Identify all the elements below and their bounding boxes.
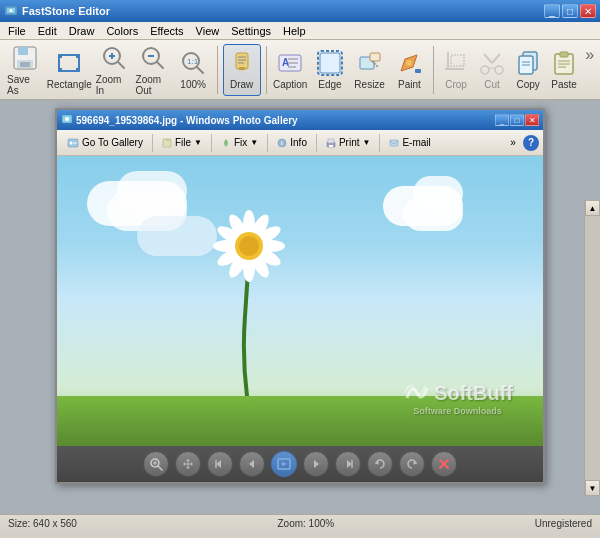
svg-point-43 (481, 66, 489, 74)
svg-marker-90 (314, 460, 319, 468)
svg-rect-42 (451, 55, 464, 66)
slideshow-button[interactable] (271, 451, 297, 477)
rotate-right-button[interactable] (399, 451, 425, 477)
zoom-control-button[interactable] (143, 451, 169, 477)
menu-edit[interactable]: Edit (32, 24, 63, 38)
fix-label: Fix (234, 137, 247, 148)
inner-close-button[interactable]: ✕ (525, 114, 539, 126)
close-button[interactable]: ✕ (580, 4, 596, 18)
photo-controls-bar (57, 446, 543, 482)
inner-minimize-button[interactable]: _ (495, 114, 509, 126)
maximize-button[interactable]: □ (562, 4, 578, 18)
menu-colors[interactable]: Colors (100, 24, 144, 38)
info-label: Info (290, 137, 307, 148)
resize-icon (356, 49, 384, 77)
resize-button[interactable]: Resize (351, 44, 389, 96)
file-button[interactable]: File ▼ (156, 133, 208, 153)
save-as-icon (11, 44, 39, 72)
status-bar: Size: 640 x 560 Zoom: 100% Unregistered (0, 514, 600, 532)
scroll-down-button[interactable]: ▼ (585, 480, 600, 496)
scroll-up-button[interactable]: ▲ (585, 200, 600, 216)
edge-icon (316, 49, 344, 77)
paste-button[interactable]: Paste (547, 44, 581, 96)
delete-photo-button[interactable] (431, 451, 457, 477)
copy-label: Copy (516, 79, 539, 90)
draw-button[interactable]: Draw (223, 44, 261, 96)
watermark-text: SoftBuff (434, 382, 513, 405)
svg-rect-66 (390, 140, 398, 146)
toolbar-separator-3 (433, 46, 434, 94)
inner-maximize-button[interactable]: □ (510, 114, 524, 126)
svg-point-58 (70, 141, 73, 144)
menu-bar: File Edit Draw Colors Effects View Setti… (0, 22, 600, 40)
softbuff-logo-icon (402, 378, 432, 408)
go-to-gallery-label: Go To Gallery (82, 137, 143, 148)
menu-effects[interactable]: Effects (144, 24, 189, 38)
email-button[interactable]: E-mail (383, 133, 436, 153)
go-to-gallery-button[interactable]: Go To Gallery (61, 133, 149, 153)
minimize-button[interactable]: _ (544, 4, 560, 18)
crop-button[interactable]: Crop (439, 44, 473, 96)
email-icon (389, 138, 399, 148)
rotate-left-button[interactable] (367, 451, 393, 477)
fix-icon (221, 138, 231, 148)
first-photo-button[interactable] (207, 451, 233, 477)
gallery-expand-button[interactable]: » (505, 134, 521, 152)
fix-button[interactable]: Fix ▼ (215, 133, 264, 153)
caption-button[interactable]: A Caption (271, 44, 309, 96)
svg-line-18 (157, 62, 163, 68)
zoom-out-button[interactable]: Zoom Out (135, 44, 173, 96)
svg-rect-10 (58, 68, 62, 72)
gallery-sep-5 (379, 134, 380, 152)
copy-button[interactable]: Copy (511, 44, 545, 96)
app-icon (4, 4, 18, 18)
file-label: File (175, 137, 191, 148)
svg-point-44 (495, 66, 503, 74)
next-photo-button[interactable] (303, 451, 329, 477)
paste-icon (550, 49, 578, 77)
scroll-track[interactable] (585, 216, 600, 480)
prev-photo-button[interactable] (239, 451, 265, 477)
zoom-in-button[interactable]: Zoom In (95, 44, 133, 96)
rectangle-button[interactable]: Rectangle (46, 44, 93, 96)
gallery-sep-4 (316, 134, 317, 152)
svg-line-21 (197, 67, 203, 73)
zoom-100-button[interactable]: 1:1 100% (174, 44, 212, 96)
menu-file[interactable]: File (2, 24, 32, 38)
toolbar-separator-1 (217, 46, 218, 94)
menu-settings[interactable]: Settings (225, 24, 277, 38)
rectangle-label: Rectangle (47, 79, 92, 90)
svg-rect-64 (328, 139, 334, 143)
cut-button[interactable]: Cut (475, 44, 509, 96)
last-photo-button[interactable] (335, 451, 361, 477)
menu-view[interactable]: View (190, 24, 226, 38)
paint-label: Paint (398, 79, 421, 90)
main-scrollbar[interactable]: ▲ ▼ (584, 200, 600, 496)
zoom-in-icon (100, 44, 128, 72)
svg-rect-9 (76, 54, 80, 58)
edge-button[interactable]: Edge (311, 44, 349, 96)
info-button[interactable]: i Info (271, 133, 313, 153)
menu-help[interactable]: Help (277, 24, 312, 38)
help-button[interactable]: ? (523, 135, 539, 151)
watermark: SoftBuff Software Downloads (402, 378, 513, 416)
toolbar-expand-button[interactable]: » (585, 44, 594, 64)
save-as-button[interactable]: Save As (6, 44, 44, 96)
file-icon (162, 138, 172, 148)
paint-button[interactable]: Paint (391, 44, 429, 96)
info-icon: i (277, 138, 287, 148)
paste-label: Paste (551, 79, 577, 90)
email-label: E-mail (402, 137, 430, 148)
title-bar: FastStone Editor _ □ ✕ (0, 0, 600, 22)
print-button[interactable]: Print ▼ (320, 133, 376, 153)
pan-control-button[interactable] (175, 451, 201, 477)
print-icon (326, 138, 336, 148)
file-arrow: ▼ (194, 138, 202, 147)
menu-draw[interactable]: Draw (63, 24, 101, 38)
svg-rect-8 (58, 54, 62, 58)
photo-display-area: SoftBuff Software Downloads (57, 156, 543, 446)
draw-label: Draw (230, 79, 253, 90)
caption-icon: A (276, 49, 304, 77)
svg-point-80 (239, 236, 259, 256)
zoom-in-label: Zoom In (96, 74, 132, 96)
